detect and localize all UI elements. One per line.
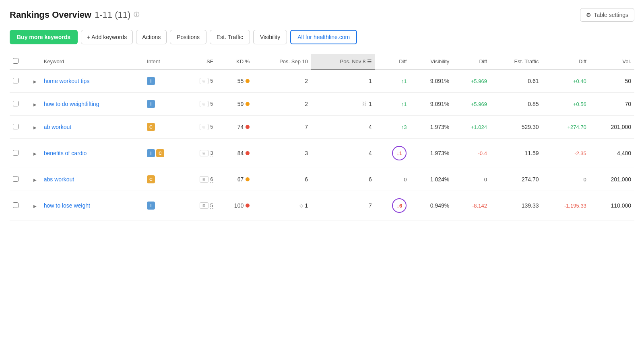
row-expand-cell: ▶ [22, 116, 41, 139]
rankings-table-container: Keyword Intent SF KD % Pos. Sep 10 Pos. … [10, 54, 634, 220]
link-icon: ⛓ [362, 101, 367, 107]
keyword-link[interactable]: benefits of cardio [44, 150, 87, 156]
sf-number[interactable]: 5 [210, 78, 213, 84]
col-pos-nov8[interactable]: Pos. Nov 8 ☰ [311, 54, 375, 69]
keyword-link[interactable]: abs workout [44, 176, 74, 183]
row-pos-sep10: 7 [253, 116, 311, 139]
page-title-group: Rankings Overview 1-11 (11) ⓘ [10, 10, 139, 20]
row-vol: 201,000 [590, 168, 634, 191]
row-pos-nov8: ⛓1 [311, 93, 375, 116]
keyword-link[interactable]: how to do weightlifting [44, 101, 99, 107]
row-diff1: ↑1 [375, 69, 410, 93]
keyword-link[interactable]: ab workout [44, 124, 71, 130]
row-checkbox[interactable] [13, 78, 19, 83]
intent-badge: C [147, 123, 155, 131]
row-keyword: home workout tips [41, 69, 144, 93]
row-diff3: +0.56 [542, 93, 590, 116]
row-checkbox[interactable] [13, 150, 19, 156]
diff3-value: +274.70 [567, 124, 586, 130]
kd-value: 84 [237, 150, 244, 156]
row-vol: 110,000 [590, 191, 634, 220]
table-row: ▶home workout tipsI⊞55521↑19.091%+5.9690… [10, 69, 634, 93]
row-sf: ⊞3 [183, 139, 216, 168]
row-diff3: +274.70 [542, 116, 590, 139]
row-vol: 201,000 [590, 116, 634, 139]
positions-tab[interactable]: Positions [170, 30, 206, 44]
row-expand-cell: ▶ [22, 139, 41, 168]
row-checkbox[interactable] [13, 176, 19, 182]
diff1-value: ↑1 [401, 101, 407, 107]
select-all-checkbox[interactable] [13, 58, 19, 64]
sf-number[interactable]: 5 [210, 202, 213, 209]
toolbar: Buy more keywords + Add keywords Actions… [10, 30, 634, 44]
row-diff1: ↓6 [375, 191, 410, 220]
diff2-value: 0 [484, 177, 487, 183]
row-intent: C [144, 168, 183, 191]
row-expand-cell: ▶ [22, 93, 41, 116]
est-traffic-tab[interactable]: Est. Traffic [210, 30, 250, 44]
col-diff2: Diff [452, 54, 490, 69]
kd-value: 55 [237, 78, 244, 84]
row-vol: 50 [590, 69, 634, 93]
row-vol: 70 [590, 93, 634, 116]
keyword-link[interactable]: home workout tips [44, 78, 90, 84]
sf-number[interactable]: 6 [210, 176, 213, 183]
table-row: ▶how to do weightliftingI⊞5592⛓1↑19.091%… [10, 93, 634, 116]
table-settings-button[interactable]: ⚙ Table settings [580, 8, 634, 22]
pos-nov8-value: 1 [369, 101, 372, 107]
row-sf: ⊞5 [183, 93, 216, 116]
sf-icon: ⊞ [200, 124, 208, 130]
row-keyword: ab workout [41, 116, 144, 139]
row-checkbox[interactable] [13, 124, 19, 129]
info-icon[interactable]: ⓘ [134, 11, 139, 19]
expand-button[interactable]: ▶ [33, 151, 37, 157]
kd-difficulty-dot [246, 177, 250, 181]
keyword-link[interactable]: how to lose weight [44, 202, 90, 209]
table-row: ▶how to lose weightI⊞5100◇17↓60.949%-8.1… [10, 191, 634, 220]
expand-button[interactable]: ▶ [33, 125, 37, 131]
row-visibility: 1.024% [410, 168, 452, 191]
row-checkbox-cell [10, 116, 22, 139]
row-visibility: 1.973% [410, 116, 452, 139]
row-checkbox[interactable] [13, 101, 19, 106]
row-pos-nov8: 4 [311, 116, 375, 139]
row-est-traffic: 11.59 [490, 139, 542, 168]
add-keywords-label: + Add keywords [87, 34, 127, 40]
expand-button[interactable]: ▶ [33, 102, 37, 108]
row-est-traffic: 529.30 [490, 116, 542, 139]
sf-icon: ⊞ [200, 176, 208, 183]
row-diff1: ↓1 [375, 139, 410, 168]
row-sf: ⊞5 [183, 116, 216, 139]
diff2-value: +5.969 [471, 78, 487, 84]
row-kd: 100 [217, 191, 253, 220]
pos-sep10-value: 7 [305, 124, 308, 130]
diamond-icon: ◇ [299, 203, 303, 208]
buy-keywords-button[interactable]: Buy more keywords [10, 30, 78, 44]
col-diff3: Diff [542, 54, 590, 69]
row-kd: 55 [217, 69, 253, 93]
expand-button[interactable]: ▶ [33, 79, 37, 85]
expand-button[interactable]: ▶ [33, 177, 37, 183]
row-checkbox-cell [10, 93, 22, 116]
row-est-traffic: 0.85 [490, 93, 542, 116]
header-select-all[interactable] [10, 54, 22, 69]
kd-difficulty-dot [246, 102, 250, 106]
row-est-traffic: 139.33 [490, 191, 542, 220]
col-sf: SF [183, 54, 216, 69]
visibility-tab[interactable]: Visibility [253, 30, 287, 44]
pos-sep10-value: 2 [305, 78, 308, 84]
row-sf: ⊞5 [183, 69, 216, 93]
sf-number[interactable]: 5 [210, 124, 213, 130]
sf-number[interactable]: 3 [210, 150, 213, 156]
table-row: ▶abs workoutC⊞6676601.024%0274.700201,00… [10, 168, 634, 191]
row-kd: 59 [217, 93, 253, 116]
row-checkbox[interactable] [13, 202, 19, 208]
expand-button[interactable]: ▶ [33, 203, 37, 209]
row-checkbox-cell [10, 168, 22, 191]
sf-number[interactable]: 5 [210, 101, 213, 107]
add-keywords-button[interactable]: + Add keywords [81, 30, 133, 44]
actions-button[interactable]: Actions [136, 30, 167, 44]
row-keyword: abs workout [41, 168, 144, 191]
diff3-value: -2.35 [574, 150, 586, 156]
all-for-tab[interactable]: All for healthline.com [290, 30, 357, 44]
